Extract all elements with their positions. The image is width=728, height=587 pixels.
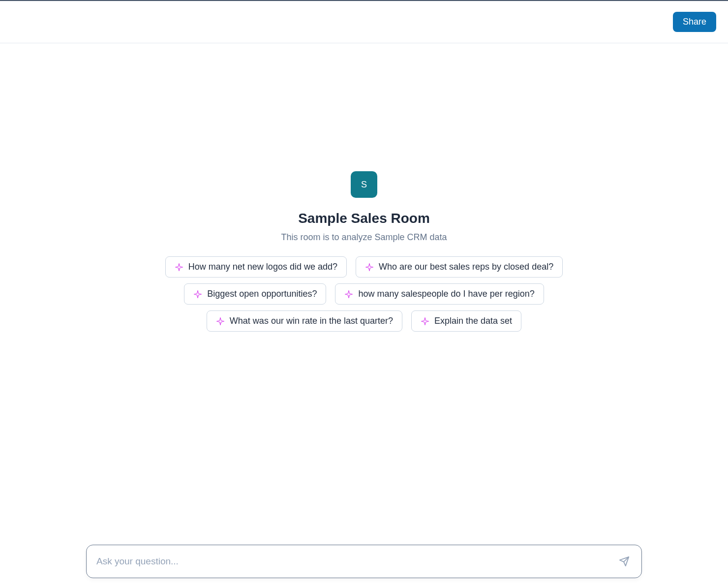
room-hero: S Sample Sales Room This room is to anal… bbox=[281, 171, 447, 243]
main-content: S Sample Sales Room This room is to anal… bbox=[0, 43, 728, 587]
suggestion-chip[interactable]: What was our win rate in the last quarte… bbox=[207, 310, 402, 332]
suggestion-chip[interactable]: Biggest open opportunities? bbox=[184, 283, 326, 305]
header: Share bbox=[0, 1, 728, 43]
avatar-letter: S bbox=[361, 180, 367, 190]
sparkle-icon bbox=[216, 317, 225, 326]
sparkle-icon bbox=[365, 263, 374, 272]
chat-input-box[interactable] bbox=[86, 545, 642, 578]
suggestion-chip[interactable]: how many salespeople do I have per regio… bbox=[335, 283, 544, 305]
suggestions-container: How many net new logos did we add? Who a… bbox=[138, 256, 590, 332]
send-icon bbox=[619, 556, 630, 567]
suggestion-label: Who are our best sales reps by closed de… bbox=[379, 262, 553, 272]
sparkle-icon bbox=[193, 290, 202, 299]
suggestion-label: What was our win rate in the last quarte… bbox=[230, 316, 393, 326]
suggestion-label: How many net new logos did we add? bbox=[188, 262, 337, 272]
suggestion-label: Explain the data set bbox=[434, 316, 512, 326]
room-title: Sample Sales Room bbox=[298, 211, 430, 226]
share-button[interactable]: Share bbox=[673, 12, 716, 32]
room-description: This room is to analyze Sample CRM data bbox=[281, 232, 447, 243]
sparkle-icon bbox=[175, 263, 183, 272]
chat-input[interactable] bbox=[96, 556, 617, 567]
room-avatar: S bbox=[351, 171, 377, 198]
send-button[interactable] bbox=[617, 554, 632, 569]
suggestion-chip[interactable]: Who are our best sales reps by closed de… bbox=[356, 256, 563, 278]
sparkle-icon bbox=[344, 290, 353, 299]
sparkle-icon bbox=[421, 317, 429, 326]
suggestion-label: Biggest open opportunities? bbox=[207, 289, 317, 299]
suggestion-chip[interactable]: How many net new logos did we add? bbox=[165, 256, 347, 278]
suggestion-chip[interactable]: Explain the data set bbox=[411, 310, 521, 332]
chat-input-wrapper bbox=[86, 545, 642, 578]
suggestion-label: how many salespeople do I have per regio… bbox=[358, 289, 534, 299]
